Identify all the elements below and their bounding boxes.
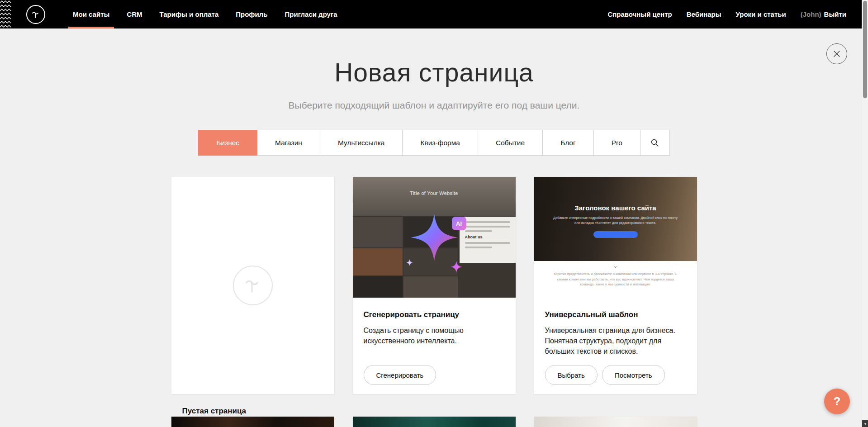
- select-template-button[interactable]: Выбрать: [545, 365, 598, 385]
- card-description: Универсальная страница для бизнеса. Поня…: [545, 325, 686, 357]
- nav-item-help-center[interactable]: Справочный центр: [607, 0, 672, 28]
- card-title: Универсальный шаблон: [545, 310, 686, 319]
- about-us-label: About us: [465, 235, 510, 239]
- new-page-dialog: Новая страница Выберите подходящий шабло…: [0, 28, 868, 427]
- template-category-tabs: Бизнес Магазин Мультиссылка Квиз-форма С…: [0, 130, 868, 156]
- preview-hero-button: [593, 231, 638, 238]
- tab-multilink[interactable]: Мультиссылка: [320, 130, 403, 156]
- chevron-down-icon: ⌄: [534, 261, 697, 269]
- card-body: Сгенерировать страницу Создать страницу …: [353, 298, 516, 394]
- logout-link[interactable]: Выйти: [824, 10, 846, 18]
- page-scrollbar[interactable]: ▾: [862, 0, 868, 427]
- preview-hero-text: Добавьте интересные подробности о вашей …: [552, 215, 679, 226]
- nav-item-invite-friend[interactable]: Пригласи друга: [285, 0, 337, 28]
- tab-quiz-form[interactable]: Квиз-форма: [402, 130, 478, 156]
- main-nav: Мои сайты CRM Тарифы и оплата Профиль Пр…: [64, 0, 346, 28]
- search-icon: [650, 138, 659, 147]
- card-title: Пустая страница: [182, 407, 323, 416]
- card-actions: Сгенерировать: [364, 365, 505, 385]
- mosaic-photo: [353, 217, 403, 247]
- nav-item-webinars[interactable]: Вебинары: [687, 0, 721, 28]
- tab-blog[interactable]: Блог: [542, 130, 594, 156]
- card-ai-generate[interactable]: Title of Your Website About us: [353, 177, 516, 394]
- ai-sparkle-icon: [411, 214, 458, 261]
- card-description: Создать страницу с помощью искусственног…: [364, 325, 505, 346]
- preview-body-text: Коротко представьтесь и расскажите о ком…: [550, 271, 682, 287]
- ai-badge: AI: [452, 217, 466, 230]
- template-preview-body: ⌄ Коротко представьтесь и расскажите о к…: [534, 261, 697, 298]
- card-blank-page[interactable]: Пустая страница Начать с чистого листа. …: [171, 177, 334, 394]
- ai-preview-banner: Title of Your Website: [353, 177, 516, 216]
- tab-event[interactable]: Событие: [478, 130, 543, 156]
- nav-item-label: Уроки и статьи: [736, 10, 786, 18]
- nav-item-label: CRM: [127, 10, 142, 18]
- scrollbar-thumb[interactable]: [863, 1, 867, 98]
- nav-item-lessons[interactable]: Уроки и статьи: [736, 0, 786, 28]
- nav-item-tariffs[interactable]: Тарифы и оплата: [159, 0, 218, 28]
- template-cards-grid: Пустая страница Начать с чистого листа. …: [0, 177, 868, 394]
- template-cards-grid-row2: [0, 417, 868, 427]
- mosaic-photo: [353, 248, 403, 275]
- mosaic-photo: [403, 276, 458, 298]
- preview-hero-title: Заголовок вашего сайта: [534, 177, 697, 212]
- template-preview-hero: Заголовок вашего сайта Добавьте интересн…: [534, 177, 697, 261]
- tilda-logo-icon: [30, 9, 41, 20]
- scrollbar-down-arrow[interactable]: ▾: [862, 420, 868, 427]
- nav-item-profile[interactable]: Профиль: [236, 0, 267, 28]
- template-card-partial-3[interactable]: [534, 417, 697, 427]
- nav-item-label: Профиль: [236, 10, 267, 18]
- mosaic-photo: [459, 264, 516, 298]
- template-card-partial-2[interactable]: [353, 417, 516, 427]
- mosaic-photo: [353, 276, 403, 298]
- tab-search[interactable]: [640, 130, 670, 156]
- nav-right: Справочный центр Вебинары Уроки и статьи…: [600, 0, 846, 28]
- nav-item-label: Мои сайты: [73, 10, 109, 18]
- preview-template-button[interactable]: Посмотреть: [602, 365, 665, 385]
- help-button[interactable]: ?: [824, 389, 850, 414]
- blank-page-preview: [171, 177, 334, 394]
- nav-item-crm[interactable]: CRM: [127, 0, 142, 28]
- nav-item-my-sites[interactable]: Мои сайты: [73, 0, 109, 28]
- card-universal-template[interactable]: Заголовок вашего сайта Добавьте интересн…: [534, 177, 697, 394]
- tilda-watermark-icon: [233, 266, 273, 305]
- tab-business[interactable]: Бизнес: [198, 130, 257, 156]
- generate-button[interactable]: Сгенерировать: [364, 365, 436, 385]
- nav-item-label: Пригласи друга: [285, 10, 337, 18]
- tilda-logo[interactable]: [26, 5, 45, 24]
- top-navbar: Мои сайты CRM Тарифы и оплата Профиль Пр…: [0, 0, 868, 28]
- user-name: (John): [801, 10, 821, 18]
- page-title: Новая страница: [0, 28, 868, 87]
- zigzag-decoration: [0, 0, 12, 28]
- nav-item-label: Тарифы и оплата: [159, 10, 218, 18]
- ai-preview-site-title: Title of Your Website: [410, 190, 458, 196]
- nav-item-label: Справочный центр: [607, 10, 672, 18]
- ai-preview: Title of Your Website About us: [353, 177, 516, 298]
- card-title: Сгенерировать страницу: [364, 310, 505, 319]
- mosaic-text-panel: About us: [460, 217, 516, 263]
- card-actions: Выбрать Посмотреть: [545, 365, 686, 385]
- card-body: Универсальный шаблон Универсальная стран…: [534, 298, 697, 394]
- template-preview: Заголовок вашего сайта Добавьте интересн…: [534, 177, 697, 298]
- user-logout-block[interactable]: (John) Выйти: [801, 10, 846, 18]
- close-icon: [833, 50, 841, 58]
- nav-item-label: Вебинары: [687, 10, 721, 18]
- close-button[interactable]: [826, 43, 847, 64]
- template-card-partial-1[interactable]: [171, 417, 334, 427]
- tab-pro[interactable]: Pro: [593, 130, 640, 156]
- ai-sparkle-small-icon: [451, 261, 462, 273]
- help-icon: ?: [834, 394, 841, 408]
- ai-sparkle-tiny-icon: [406, 259, 413, 266]
- page-subtitle: Выберите подходящий шаблон и адаптируйте…: [0, 100, 868, 111]
- tab-shop[interactable]: Магазин: [257, 130, 320, 156]
